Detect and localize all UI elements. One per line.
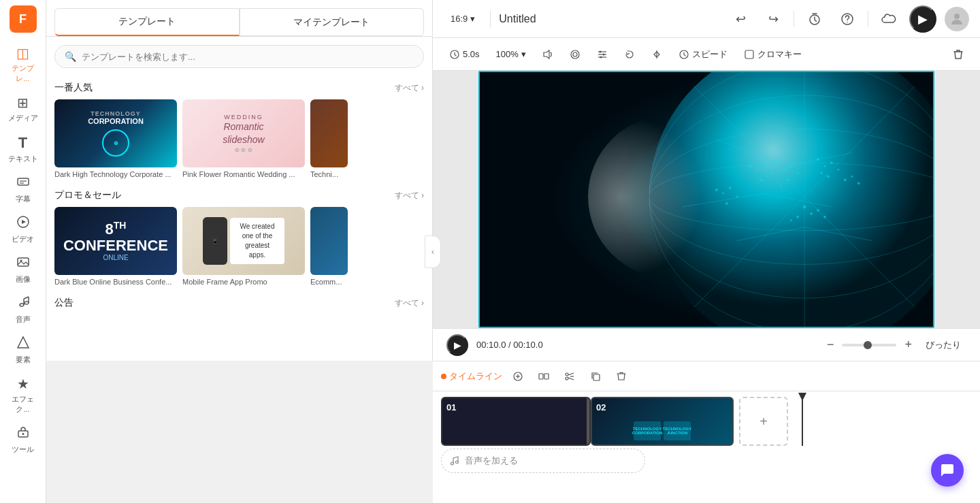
video-frame[interactable] (478, 71, 934, 328)
timeline-clip-01[interactable]: 01 (441, 397, 591, 446)
template-card-wedding[interactable]: WEDDING Romanticslideshow ✿ ✿ ✿ Pink Flo… (182, 99, 305, 178)
flip-button[interactable] (646, 45, 668, 64)
add-clip-placeholder[interactable]: + (739, 397, 788, 446)
globe-svg (480, 72, 933, 327)
chat-button[interactable] (931, 454, 964, 487)
zoom-slider[interactable] (842, 344, 896, 346)
svg-point-54 (780, 186, 782, 188)
template-tabs: テンプレート マイテンプレート (46, 0, 432, 37)
filter-button[interactable] (564, 45, 586, 64)
template-label-tech: Dark High Technology Corporate ... (54, 170, 177, 178)
sidebar-item-video[interactable]: ビデオ (3, 211, 44, 248)
audio-track[interactable]: 音声を加える (441, 449, 645, 473)
delete-icon (952, 48, 964, 61)
copy-button[interactable] (585, 366, 606, 387)
split-button[interactable] (534, 366, 554, 387)
sidebar-item-text[interactable]: T テキスト (3, 130, 44, 168)
template-card-app[interactable]: 📱 We createdone of thegreatestapps. Mobi… (182, 207, 305, 286)
section-all-extra[interactable]: すべて › (395, 297, 424, 309)
svg-rect-31 (745, 50, 753, 59)
svg-point-64 (803, 205, 806, 208)
fit-button[interactable]: ぴったり (920, 336, 966, 354)
top-divider-3 (868, 11, 868, 27)
timer-button[interactable] (802, 7, 827, 31)
app-logo[interactable]: F (10, 5, 37, 33)
volume-button[interactable] (537, 45, 559, 64)
svg-marker-4 (22, 220, 26, 224)
zoom-out-button[interactable]: − (824, 335, 837, 355)
redo-button[interactable]: ↪ (761, 7, 785, 31)
template-card-conference[interactable]: 8TH CONFERENCE ONLINE Dark Blue Online B… (54, 207, 177, 286)
template-thumb-tech: TECHNOLOGY CORPORATION ⊕ (54, 99, 177, 167)
template-card-tech[interactable]: TECHNOLOGY CORPORATION ⊕ Dark High Techn… (54, 99, 177, 178)
template-label-conference: Dark Blue Online Business Confe... (54, 278, 177, 286)
sidebar-item-template[interactable]: ◫ テンプレ... (3, 41, 44, 88)
media-icon: ⊞ (17, 95, 29, 111)
template-label-techni: Techni... (310, 170, 348, 178)
timeline-cursor[interactable] (802, 397, 803, 446)
add-clip-button[interactable] (508, 366, 528, 387)
publish-button[interactable]: ▶ (909, 5, 936, 33)
user-avatar[interactable] (945, 7, 969, 31)
search-input[interactable] (82, 52, 414, 62)
sidebar-item-caption[interactable]: 字幕 (3, 171, 44, 208)
avatar-icon (949, 11, 965, 27)
chat-icon (939, 462, 956, 478)
audio-icon (16, 295, 30, 312)
section-title-extra: 公告 (54, 297, 74, 309)
timeline-header: タイムライン (433, 361, 980, 391)
time-display: 00:10.0 / 00:10.0 (476, 340, 543, 350)
adjust-button[interactable] (591, 45, 613, 64)
sidebar-item-label: 字幕 (16, 194, 31, 204)
scissors-icon (564, 371, 575, 382)
rotate-button[interactable] (619, 45, 640, 64)
sidebar-item-label: メディア (8, 113, 38, 123)
duration-button[interactable]: 5.0s (444, 45, 485, 64)
timeline-clip-02[interactable]: 02 TECHNOLOGYCORPORATION TECHNOLOGYJUNCT… (591, 397, 734, 446)
delete-button[interactable] (947, 44, 969, 65)
help-button[interactable] (835, 7, 860, 31)
collapse-toggle[interactable]: ‹ (425, 236, 441, 268)
sidebar-item-label: ツール (12, 444, 34, 455)
sidebar-item-audio[interactable]: 音声 (3, 291, 44, 329)
adjust-icon (597, 49, 608, 60)
sidebar-item-element[interactable]: 要素 (3, 331, 44, 369)
template-panel: テンプレート マイテンプレート 🔍 一番人気 すべて › TECHNOLOGY … (46, 0, 433, 361)
section-all-popular[interactable]: すべて › (395, 82, 424, 94)
chroma-button[interactable]: クロマキー (738, 44, 807, 65)
svg-point-58 (837, 169, 839, 171)
tab-template[interactable]: テンプレート (54, 8, 240, 36)
svg-line-90 (568, 378, 574, 380)
chevron-down-icon: ▾ (521, 49, 526, 59)
svg-point-9 (24, 302, 29, 304)
template-card-techni[interactable]: Techni... (310, 99, 348, 178)
section-all-promo[interactable]: すべて › (395, 190, 424, 201)
text-icon: T (18, 134, 27, 152)
clip-trim-right[interactable] (587, 398, 589, 444)
svg-point-50 (783, 169, 785, 171)
cut-button[interactable] (559, 366, 580, 387)
play-button[interactable]: ▶ (446, 334, 468, 356)
tab-my-template[interactable]: マイテンプレート (240, 8, 425, 36)
sidebar-item-media[interactable]: ⊞ メディア (3, 91, 44, 127)
zoom-in-button[interactable]: + (902, 335, 915, 355)
sidebar-item-image[interactable]: 画像 (3, 251, 44, 289)
audio-label: 音声を加える (465, 455, 518, 467)
aspect-ratio-button[interactable]: 16:9 ▾ (444, 10, 482, 28)
speed-button[interactable]: スピード (673, 44, 733, 65)
template-card-ecomm[interactable]: Ecomm... (310, 207, 348, 286)
sidebar-item-effect[interactable]: ★ エフェク... (3, 372, 44, 419)
svg-point-63 (858, 182, 860, 184)
speed-icon (679, 49, 689, 60)
video-background (480, 72, 933, 327)
cloud-icon (881, 13, 896, 25)
publish-icon: ▶ (918, 12, 928, 27)
timer-icon (808, 12, 821, 26)
cloud-button[interactable] (877, 7, 901, 31)
svg-point-52 (797, 172, 799, 174)
delete-timeline-button[interactable] (611, 366, 632, 387)
rotate-icon (624, 49, 635, 60)
sidebar-item-tool[interactable]: ツール (3, 421, 44, 459)
undo-button[interactable]: ↩ (728, 7, 753, 31)
zoom-button[interactable]: 100% ▾ (491, 45, 532, 63)
